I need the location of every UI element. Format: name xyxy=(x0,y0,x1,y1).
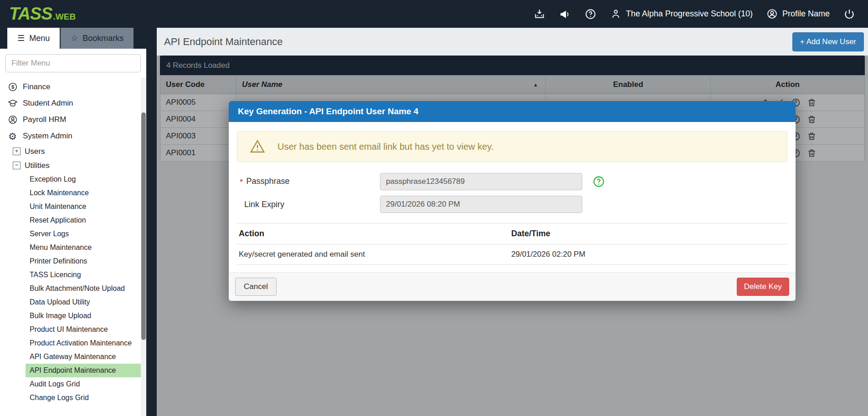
cancel-button[interactable]: Cancel xyxy=(235,278,277,296)
tab-menu[interactable]: ☰ Menu xyxy=(7,28,60,49)
sidebar-wrap: $ Finance S xyxy=(0,49,157,416)
svg-text:$: $ xyxy=(11,84,14,90)
sidebar-item-product-ui-maintenance[interactable]: Product UI Maintenance xyxy=(26,323,143,336)
sidebar-item-unit-maintenance[interactable]: Unit Maintenance xyxy=(26,200,143,213)
tass-logo[interactable]: TASS .WEB xyxy=(9,4,76,24)
topbar: TASS .WEB xyxy=(0,0,868,28)
sidebar: $ Finance S xyxy=(0,49,146,416)
sidebar-item-server-logs[interactable]: Server Logs xyxy=(26,227,143,241)
sidebar-item-users[interactable]: + Users xyxy=(0,144,146,158)
page-header: API Endpoint Maintenance + Add New User xyxy=(157,28,868,56)
modal-body: User has been sent email link but has ye… xyxy=(229,122,796,272)
tab-bookmarks[interactable]: ☆ Bookmarks xyxy=(61,28,134,49)
left-column: ☰ Menu ☆ Bookmarks xyxy=(0,28,157,416)
graduation-cap-icon xyxy=(7,98,18,109)
sidebar-item-printer-definitions[interactable]: Printer Definitions xyxy=(26,254,143,268)
sidebar-item-system-admin[interactable]: ⚙ System Admin xyxy=(0,128,146,144)
app-root: TASS .WEB xyxy=(0,0,868,416)
sidebar-item-exception-log[interactable]: Exception Log xyxy=(26,172,143,186)
sidebar-item-label: Finance xyxy=(23,82,50,91)
sidebar-item-change-logs-grid[interactable]: Change Logs Grid xyxy=(26,391,143,405)
history-datetime-cell: 29/01/2026 02:20 PM xyxy=(511,250,786,259)
profile-menu[interactable]: Profile Name xyxy=(766,8,830,20)
key-generation-modal: Key Generation - API Endpoint User Name … xyxy=(229,101,796,301)
sidebar-item-label: Student Admin xyxy=(23,99,73,108)
profile-icon xyxy=(766,8,778,20)
school-name: The Alpha Progressive School (10) xyxy=(626,9,753,19)
history-header-row: Action Date/Time xyxy=(237,223,787,244)
history-row: Key/secret generated and email sent 29/0… xyxy=(237,244,787,265)
logo-text-secondary: .WEB xyxy=(53,12,76,22)
warning-alert: User has been sent email link but has ye… xyxy=(237,131,787,162)
passphrase-help-icon[interactable] xyxy=(592,175,605,188)
sidebar-item-payroll-hrm[interactable]: Payroll HRM xyxy=(0,112,146,128)
filter-menu-input[interactable] xyxy=(5,54,141,72)
sidebar-item-reset-application[interactable]: Reset Application xyxy=(26,213,143,227)
sidebar-item-api-endpoint-maintenance[interactable]: API Endpoint Maintenance xyxy=(26,364,143,377)
warning-text: User has been sent email link but has ye… xyxy=(277,142,493,152)
sidebar-item-audit-logs-grid[interactable]: Audit Logs Grid xyxy=(26,377,143,391)
profile-name: Profile Name xyxy=(782,9,830,19)
sidebar-tabs: ☰ Menu ☆ Bookmarks xyxy=(0,28,157,49)
sidebar-item-api-gateway-maintenance[interactable]: API Gateway Maintenance xyxy=(26,350,143,364)
sidebar-item-label: System Admin xyxy=(23,132,72,141)
sidebar-scrollbar[interactable] xyxy=(141,78,146,416)
key-form: * Passphrase Link Expiry xyxy=(237,173,787,213)
modal-footer: Cancel Delete Key xyxy=(229,272,796,301)
sidebar-item-finance[interactable]: $ Finance xyxy=(0,79,146,95)
link-expiry-input[interactable] xyxy=(380,196,582,213)
person-icon xyxy=(7,115,18,125)
modal-title: Key Generation - API Endpoint User Name … xyxy=(238,107,418,117)
topbar-actions: The Alpha Progressive School (10) Profil… xyxy=(534,8,855,20)
help-icon[interactable] xyxy=(585,8,596,20)
warning-triangle-icon xyxy=(249,138,266,155)
power-icon[interactable] xyxy=(843,8,855,20)
modal-header: Key Generation - API Endpoint User Name … xyxy=(229,101,796,122)
link-expiry-row: Link Expiry xyxy=(237,196,787,213)
star-icon: ☆ xyxy=(71,33,78,43)
sidebar-item-label: Users xyxy=(25,147,45,156)
sidebar-item-menu-maintenance[interactable]: Menu Maintenance xyxy=(26,241,143,254)
delete-key-button[interactable]: Delete Key xyxy=(737,278,789,296)
passphrase-label: * Passphrase xyxy=(237,177,380,187)
sidebar-item-student-admin[interactable]: Student Admin xyxy=(0,95,146,112)
page-title: API Endpoint Maintenance xyxy=(164,36,283,48)
hamburger-icon: ☰ xyxy=(17,33,25,43)
sidebar-item-label: Utilities xyxy=(25,161,50,170)
key-history-table: Action Date/Time Key/secret generated an… xyxy=(237,223,787,265)
school-selector[interactable]: The Alpha Progressive School (10) xyxy=(610,8,753,20)
logo-text-primary: TASS xyxy=(9,4,52,24)
history-datetime-header: Date/Time xyxy=(511,229,786,238)
finance-icon: $ xyxy=(7,82,18,92)
passphrase-input[interactable] xyxy=(380,173,582,190)
history-action-cell: Key/secret generated and email sent xyxy=(239,250,511,259)
plus-square-icon[interactable]: + xyxy=(13,147,21,155)
gear-icon: ⚙ xyxy=(7,131,18,142)
download-icon[interactable] xyxy=(534,8,545,20)
menu-tree: $ Finance S xyxy=(0,76,146,405)
required-asterisk: * xyxy=(240,177,243,187)
sidebar-item-product-activation-maintenance[interactable]: Product Activation Maintenance xyxy=(26,336,143,350)
sidebar-scrollbar-thumb[interactable] xyxy=(141,112,146,340)
tab-bookmarks-label: Bookmarks xyxy=(82,34,123,43)
sidebar-item-data-upload-utility[interactable]: Data Upload Utility xyxy=(26,295,143,309)
tab-menu-label: Menu xyxy=(29,34,50,43)
school-icon xyxy=(610,8,622,20)
sidebar-item-bulk-attachment-note-upload[interactable]: Bulk Attachment/Note Upload xyxy=(26,282,143,295)
sidebar-item-bulk-image-upload[interactable]: Bulk Image Upload xyxy=(26,309,143,323)
history-action-header: Action xyxy=(239,229,511,238)
sidebar-item-tass-licencing[interactable]: TASS Licencing xyxy=(26,268,143,282)
sidebar-item-lock-maintenance[interactable]: Lock Maintenance xyxy=(26,186,143,200)
passphrase-row: * Passphrase xyxy=(237,173,787,190)
sidebar-item-utilities[interactable]: − Utilities xyxy=(0,158,146,172)
add-new-user-button[interactable]: + Add New User xyxy=(792,32,864,51)
minus-square-icon[interactable]: − xyxy=(13,162,21,169)
link-expiry-label-text: Link Expiry xyxy=(244,200,284,209)
passphrase-label-text: Passphrase xyxy=(246,177,289,186)
link-expiry-label: Link Expiry xyxy=(237,200,380,209)
announcements-icon[interactable] xyxy=(559,8,571,20)
sidebar-item-label: Payroll HRM xyxy=(23,115,66,124)
